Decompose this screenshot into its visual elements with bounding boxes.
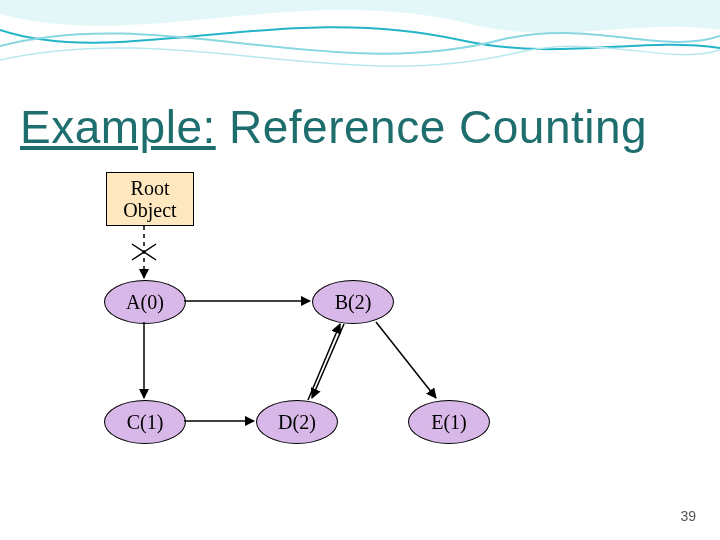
edge-d-b bbox=[308, 324, 340, 400]
root-object-box: Root Object bbox=[106, 172, 194, 226]
page-number: 39 bbox=[680, 508, 696, 524]
node-e: E(1) bbox=[408, 400, 490, 444]
node-b: B(2) bbox=[312, 280, 394, 324]
node-d: D(2) bbox=[256, 400, 338, 444]
node-d-label: D(2) bbox=[278, 411, 316, 434]
edge-root-a-cross2 bbox=[132, 244, 156, 260]
node-a: A(0) bbox=[104, 280, 186, 324]
root-label-line2: Object bbox=[115, 199, 185, 221]
root-label-line1: Root bbox=[115, 177, 185, 199]
edge-b-d bbox=[312, 324, 344, 398]
node-a-label: A(0) bbox=[126, 291, 164, 314]
title-underlined: Example: bbox=[20, 101, 216, 153]
edge-root-a-cross1 bbox=[132, 244, 156, 260]
node-e-label: E(1) bbox=[431, 411, 467, 434]
graph-edges bbox=[0, 0, 720, 540]
node-c-label: C(1) bbox=[127, 411, 164, 434]
edge-b-e bbox=[376, 322, 436, 398]
node-c: C(1) bbox=[104, 400, 186, 444]
slide: Example: Reference Counting Root Object … bbox=[0, 0, 720, 540]
node-b-label: B(2) bbox=[335, 291, 372, 314]
slide-title: Example: Reference Counting bbox=[20, 100, 647, 154]
decor-waves bbox=[0, 0, 720, 100]
title-rest: Reference Counting bbox=[216, 101, 647, 153]
